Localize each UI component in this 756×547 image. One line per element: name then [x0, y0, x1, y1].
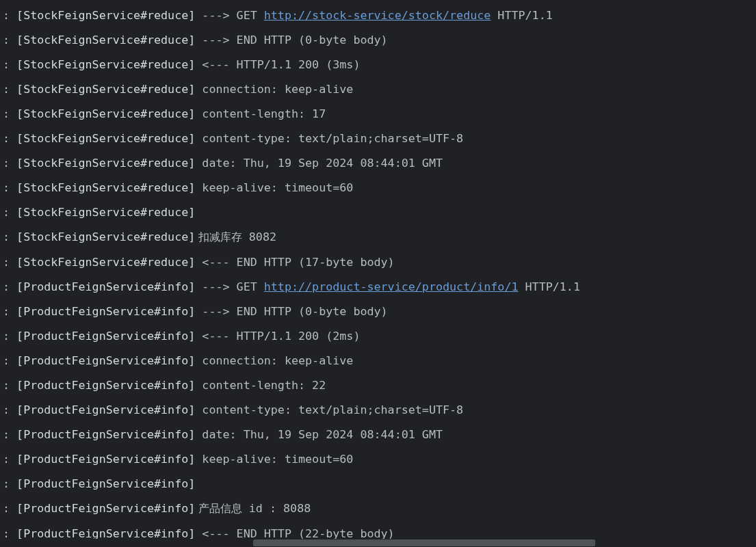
log-separator: : [3, 200, 16, 224]
log-separator: : [3, 373, 16, 397]
log-line: : [ProductFeignService#info] connection:… [3, 348, 753, 373]
log-line: : [StockFeignService#reduce] <--- HTTP/1… [3, 52, 753, 77]
log-line: : [StockFeignService#reduce] <--- END HT… [3, 250, 753, 274]
log-line: : [StockFeignService#reduce] connection:… [3, 77, 753, 101]
log-line: : [ProductFeignService#info] content-typ… [3, 397, 753, 422]
log-source: [ProductFeignService#info] [16, 397, 195, 422]
log-message-cjk: 扣减库存 [195, 225, 242, 250]
log-line: : [ProductFeignService#info] ---> GET ht… [3, 274, 753, 299]
log-line: : [ProductFeignService#info] <--- HTTP/1… [3, 323, 753, 348]
log-line: : [StockFeignService#reduce] keep-alive:… [3, 175, 753, 200]
log-source: [StockFeignService#reduce] [16, 200, 195, 224]
log-line: : [StockFeignService#reduce] ---> GET ht… [3, 3, 753, 27]
log-message-trailing: HTTP/1.1 [519, 274, 580, 299]
console-output: : [StockFeignService#reduce] ---> GET ht… [0, 0, 756, 546]
log-source: [ProductFeignService#info] [16, 446, 195, 471]
log-separator: : [3, 446, 16, 471]
log-message: <--- HTTP/1.1 200 (3ms) [195, 52, 360, 77]
log-source: [ProductFeignService#info] [16, 299, 195, 323]
log-message: connection: keep-alive [195, 348, 353, 373]
log-message: <--- HTTP/1.1 200 (2ms) [195, 323, 360, 348]
log-message-trailing: HTTP/1.1 [491, 3, 552, 27]
log-message: content-length: 22 [195, 373, 326, 397]
log-separator: : [3, 224, 16, 249]
log-message: content-type: text/plain;charset=UTF-8 [195, 397, 463, 422]
log-source: [ProductFeignService#info] [16, 373, 195, 397]
log-message: date: Thu, 19 Sep 2024 08:44:01 GMT [195, 422, 443, 446]
log-source: [StockFeignService#reduce] [16, 175, 195, 200]
log-separator: : [3, 422, 16, 446]
log-source: [ProductFeignService#info] [16, 323, 195, 348]
log-line: : [StockFeignService#reduce] date: Thu, … [3, 150, 753, 175]
log-message: ---> END HTTP (0-byte body) [195, 299, 387, 323]
log-source: [StockFeignService#reduce] [16, 27, 195, 52]
log-message: connection: keep-alive [195, 77, 353, 101]
log-line: : [ProductFeignService#info] 产品信息 id : 8… [3, 496, 753, 521]
log-line: : [ProductFeignService#info] keep-alive:… [3, 446, 753, 471]
log-line: : [ProductFeignService#info] date: Thu, … [3, 422, 753, 446]
log-separator: : [3, 52, 16, 77]
log-message: keep-alive: timeout=60 [195, 446, 353, 471]
log-source: [ProductFeignService#info] [16, 422, 195, 446]
log-line: : [StockFeignService#reduce] 扣减库存 8082 [3, 224, 753, 250]
log-separator: : [3, 323, 16, 348]
log-source: [ProductFeignService#info] [16, 348, 195, 373]
log-message: keep-alive: timeout=60 [195, 175, 353, 200]
log-separator: : [3, 496, 16, 520]
log-line: : [ProductFeignService#info] ---> END HT… [3, 299, 753, 323]
log-separator: : [3, 3, 16, 27]
log-message: ---> GET [195, 274, 263, 299]
log-separator: : [3, 101, 16, 126]
log-message: content-length: 17 [195, 101, 326, 126]
log-message: ---> GET [195, 3, 263, 27]
log-separator: : [3, 126, 16, 150]
log-line: : [ProductFeignService#info] content-len… [3, 373, 753, 397]
log-source: [StockFeignService#reduce] [16, 126, 195, 150]
log-url-link[interactable]: http://product-service/product/info/1 [264, 274, 519, 299]
log-source: [StockFeignService#reduce] [16, 52, 195, 77]
log-separator: : [3, 250, 16, 274]
log-message: date: Thu, 19 Sep 2024 08:44:01 GMT [195, 150, 443, 175]
log-line: : [StockFeignService#reduce] ---> END HT… [3, 27, 753, 52]
log-line: : [ProductFeignService#info] [3, 471, 753, 496]
log-separator: : [3, 299, 16, 323]
log-source: [StockFeignService#reduce] [16, 250, 195, 274]
log-source: [StockFeignService#reduce] [16, 101, 195, 126]
log-separator: : [3, 348, 16, 373]
log-separator: : [3, 150, 16, 175]
log-separator: : [3, 27, 16, 52]
horizontal-scrollbar-thumb[interactable] [253, 539, 595, 546]
log-separator: : [3, 471, 16, 496]
log-message: id : 8088 [242, 496, 311, 520]
log-source: [StockFeignService#reduce] [16, 150, 195, 175]
log-separator: : [3, 397, 16, 422]
log-separator: : [3, 274, 16, 299]
log-separator: : [3, 77, 16, 101]
log-line: : [StockFeignService#reduce] content-len… [3, 101, 753, 126]
log-message: <--- END HTTP (17-byte body) [195, 250, 394, 274]
log-source: [StockFeignService#reduce] [16, 224, 195, 249]
log-source: [StockFeignService#reduce] [16, 3, 195, 27]
log-url-link[interactable]: http://stock-service/stock/reduce [264, 3, 491, 27]
log-source: [StockFeignService#reduce] [16, 77, 195, 101]
log-line: : [StockFeignService#reduce] content-typ… [3, 126, 753, 150]
log-message: 8082 [242, 224, 276, 249]
log-source: [ProductFeignService#info] [16, 274, 195, 299]
log-separator: : [3, 175, 16, 200]
log-message-cjk: 产品信息 [195, 496, 242, 521]
horizontal-scrollbar-track[interactable] [0, 539, 756, 546]
log-message: content-type: text/plain;charset=UTF-8 [195, 126, 463, 150]
log-source: [ProductFeignService#info] [16, 471, 195, 496]
log-source: [ProductFeignService#info] [16, 496, 195, 520]
log-line: : [StockFeignService#reduce] [3, 200, 753, 224]
log-message: ---> END HTTP (0-byte body) [195, 27, 387, 52]
